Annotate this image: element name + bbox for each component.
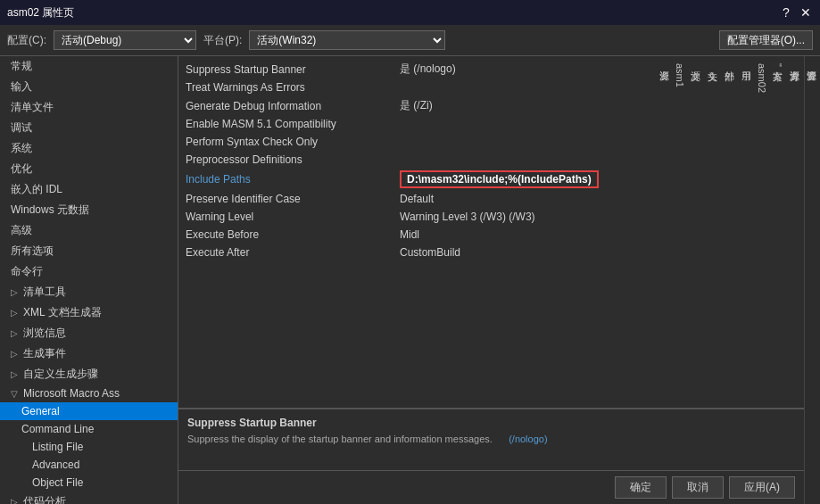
sidebar-label-system: 系统	[11, 141, 32, 156]
sidebar-item-windows-meta[interactable]: Windows 元数据	[0, 200, 178, 220]
sidebar-item-optimize[interactable]: 优化	[0, 159, 178, 179]
sidebar-item-general[interactable]: 常规	[0, 56, 178, 77]
sidebar-item-masm-cmdline[interactable]: Command Line	[0, 420, 178, 438]
sidebar-item-masm-general[interactable]: General	[0, 402, 178, 420]
prop-name: Preserve Identifier Case	[186, 193, 400, 205]
sidebar-item-build-event[interactable]: ▷生成事件	[0, 343, 178, 364]
res-tab-6[interactable]: 外部	[721, 56, 738, 504]
prop-name: Suppress Startup Banner	[186, 63, 400, 76]
sidebar: 常规输入清单文件调试系统优化嵌入的 IDLWindows 元数据高级所有选项命令…	[0, 56, 178, 504]
title-bar-title: asm02 属性页	[7, 5, 74, 21]
res-tab-9[interactable]: asm1	[673, 56, 687, 504]
sidebar-label-embedded-idl: 嵌入的 IDL	[11, 182, 62, 197]
sidebar-item-advanced[interactable]: 高级	[0, 220, 178, 241]
prop-name: Treat Warnings As Errors	[186, 81, 400, 94]
sidebar-item-list-file[interactable]: 清单文件	[0, 97, 178, 118]
sidebar-item-embedded-idl[interactable]: 嵌入的 IDL	[0, 179, 178, 200]
sidebar-item-xml-gen[interactable]: ▷XML 文档生成器	[0, 302, 178, 323]
prop-value: Warning Level 3 (/W3) (/W3)	[400, 211, 535, 223]
sidebar-label-build-event: 生成事件	[23, 346, 66, 361]
sidebar-label-xml-gen: XML 文档生成器	[23, 305, 102, 320]
prop-value: CustomBuild	[400, 246, 460, 259]
config-select[interactable]: 活动(Debug)	[54, 30, 196, 50]
sidebar-item-advanced-node[interactable]: Advanced	[0, 456, 178, 474]
sidebar-item-code-analysis[interactable]: ▷代码分析	[0, 492, 178, 504]
sidebar-label-all-options: 所有选项	[11, 244, 54, 259]
res-tab-7[interactable]: 头文	[704, 56, 721, 504]
sidebar-label-cmdline: 命令行	[11, 264, 43, 279]
prop-value: 是 (/Zi)	[400, 98, 433, 113]
sidebar-label-list-tools: 清单工具	[23, 285, 66, 300]
sidebar-label-listing-file: Listing File	[32, 441, 83, 453]
sidebar-item-listing-file[interactable]: Listing File	[0, 438, 178, 456]
main-window: 配置(C): 活动(Debug) 平台(P): 活动(Win32) 配置管理器(…	[0, 25, 820, 504]
res-tab-1[interactable]: 资源管	[803, 56, 820, 504]
sidebar-label-browse-info: 浏览信息	[23, 326, 66, 341]
prop-name: Preprocessor Definitions	[186, 153, 400, 166]
sidebar-label-masm: Microsoft Macro Ass	[23, 387, 120, 400]
expand-icon-xml-gen: ▷	[11, 308, 20, 318]
sidebar-label-advanced-node: Advanced	[32, 459, 79, 471]
expand-icon-code-analysis: ▷	[11, 497, 20, 504]
prop-name: Enable MASM 5.1 Compatibility	[186, 118, 400, 130]
sidebar-label-advanced: 高级	[11, 223, 32, 238]
platform-label: 平台(P):	[203, 33, 242, 48]
title-bar: asm02 属性页 ? ✕	[0, 0, 820, 25]
sidebar-label-windows-meta: Windows 元数据	[11, 202, 89, 218]
expand-icon-browse-info: ▷	[11, 328, 20, 338]
prop-value: Midl	[400, 228, 419, 241]
sidebar-label-input: 输入	[11, 79, 32, 95]
sidebar-item-masm[interactable]: ▽Microsoft Macro Ass	[0, 384, 178, 402]
prop-name: Perform Syntax Check Only	[186, 136, 400, 148]
prop-name: Execute After	[186, 246, 400, 259]
prop-name: Generate Debug Information	[186, 100, 400, 112]
sidebar-item-object-file[interactable]: Object File	[0, 474, 178, 492]
sidebar-label-custom-build-step: 自定义生成步骤	[23, 367, 98, 382]
sidebar-label-code-analysis: 代码分析	[23, 494, 66, 504]
title-bar-controls: ? ✕	[779, 5, 813, 20]
prop-name: Warning Level	[186, 211, 400, 223]
sidebar-label-object-file: Object File	[32, 476, 83, 489]
res-tab-10[interactable]: 资源	[656, 56, 673, 504]
sidebar-item-debug[interactable]: 调试	[0, 118, 178, 138]
sidebar-item-input[interactable]: 输入	[0, 77, 178, 97]
help-button[interactable]: ?	[779, 5, 793, 20]
sidebar-item-custom-build-step[interactable]: ▷自定义生成步骤	[0, 364, 178, 384]
res-tab-8[interactable]: 源文	[687, 56, 704, 504]
prop-name: Execute Before	[186, 228, 400, 241]
prop-value: D:\masm32\include;%(IncludePaths)	[400, 170, 599, 188]
sidebar-item-all-options[interactable]: 所有选项	[0, 241, 178, 261]
res-tab-4[interactable]: asm02	[755, 56, 769, 504]
sidebar-label-masm-general: General	[21, 405, 60, 417]
sidebar-label-general: 常规	[11, 59, 32, 74]
sidebar-item-browse-info[interactable]: ▷浏览信息	[0, 323, 178, 343]
platform-select[interactable]: 活动(Win32)	[249, 30, 445, 50]
prop-value: Default	[400, 193, 434, 205]
res-tab-3[interactable]: 方案"	[769, 56, 786, 504]
prop-name: Include Paths	[186, 173, 400, 186]
sidebar-item-system[interactable]: 系统	[0, 138, 178, 159]
sidebar-item-cmdline[interactable]: 命令行	[0, 261, 178, 282]
expand-icon-masm: ▽	[11, 389, 20, 399]
description-value: (/nologo)	[509, 434, 547, 444]
sidebar-item-list-tools[interactable]: ▷清单工具	[0, 282, 178, 302]
close-button[interactable]: ✕	[799, 5, 813, 20]
sidebar-label-optimize: 优化	[11, 161, 32, 177]
expand-icon-build-event: ▷	[11, 349, 20, 359]
expand-icon-custom-build-step: ▷	[11, 369, 20, 379]
sidebar-label-masm-cmdline: Command Line	[21, 423, 94, 435]
res-tab-5[interactable]: 引用	[738, 56, 755, 504]
sidebar-label-debug: 调试	[11, 120, 32, 136]
description-text: Suppress the display of the startup bann…	[187, 434, 493, 444]
resource-panel: 资源管 方资源 方案" asm02 引用 外部 头文 源文 asm1 资源	[804, 56, 820, 504]
config-manager-button[interactable]: 配置管理器(O)...	[719, 30, 813, 50]
res-tab-2[interactable]: 方资源	[786, 56, 803, 504]
sidebar-label-list-file: 清单文件	[11, 100, 54, 115]
prop-value: 是 (/nologo)	[400, 62, 456, 77]
content-area: 常规输入清单文件调试系统优化嵌入的 IDLWindows 元数据高级所有选项命令…	[0, 56, 820, 504]
expand-icon-list-tools: ▷	[11, 287, 20, 297]
config-label: 配置(C):	[7, 33, 46, 48]
top-toolbar: 配置(C): 活动(Debug) 平台(P): 活动(Win32) 配置管理器(…	[0, 25, 820, 56]
